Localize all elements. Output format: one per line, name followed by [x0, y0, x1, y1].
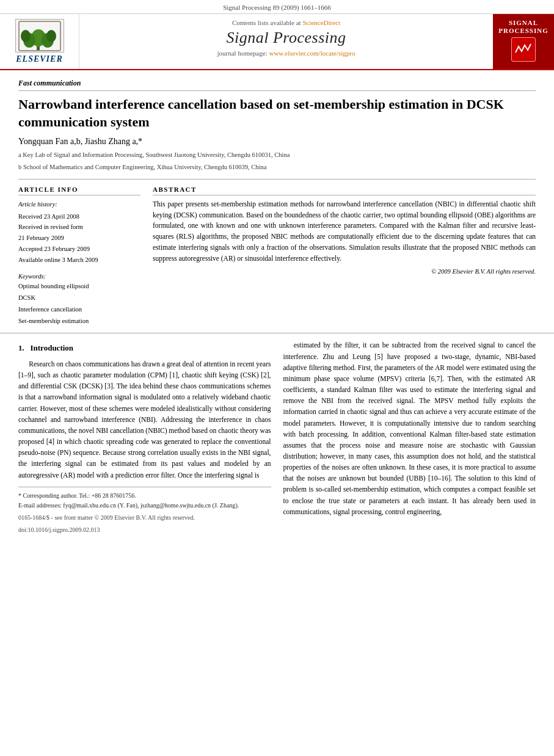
sciencedirect-link[interactable]: ScienceDirect	[302, 19, 340, 26]
elsevier-tree-graphic	[15, 19, 64, 53]
abstract-heading: ABSTRACT	[153, 186, 536, 195]
article-authors: Yongquan Fan a,b, Jiashu Zhang a,*	[18, 137, 536, 147]
journal-title-area: Contents lists available at ScienceDirec…	[79, 14, 493, 69]
journal-title: Signal Processing	[86, 29, 487, 47]
svg-point-4	[21, 30, 31, 42]
article-title: Narrowband interference cancellation bas…	[18, 96, 536, 131]
abstract-copyright: © 2009 Elsevier B.V. All rights reserved…	[153, 268, 536, 275]
section-num: 1.	[18, 343, 24, 352]
keyword-2: DCSK	[18, 293, 140, 304]
article-info-col: ARTICLE INFO Article history: Received 2…	[18, 186, 140, 327]
two-col-body: 1. Introduction Research on chaos commun…	[18, 340, 536, 534]
affiliation-a: a Key Lab of Signal and Information Proc…	[18, 150, 536, 161]
footnote-email: E-mail addresses: fyq@mail.xhu.edu.cn (Y…	[18, 501, 271, 511]
intro-para-2: estimated by the filter, it can be subtr…	[283, 340, 536, 517]
intro-para-1: Research on chaos communications has dra…	[18, 358, 271, 481]
available-online: Available online 3 March 2009	[18, 255, 140, 266]
keyword-3: Interference cancellation	[18, 304, 140, 316]
header-divider	[18, 179, 536, 180]
svg-point-5	[46, 30, 56, 42]
footnote-corresponding: * Corresponding author. Tel.: +86 28 876…	[18, 491, 271, 501]
section-label: Introduction	[31, 343, 74, 352]
footnote-section: * Corresponding author. Tel.: +86 28 876…	[18, 487, 271, 535]
keyword-4: Set-membership estimation	[18, 316, 140, 327]
abstract-text: This paper presents set-membership estim…	[153, 199, 536, 264]
received-date: Received 23 April 2008	[18, 211, 140, 222]
sciencedirect-line: Contents lists available at ScienceDirec…	[86, 19, 487, 26]
accepted-date: Accepted 23 February 2009	[18, 244, 140, 255]
keywords-section: Keywords: Optimal bounding ellipsoid DCS…	[18, 273, 140, 327]
article-info-heading: ARTICLE INFO	[18, 186, 140, 195]
journal-homepage: journal homepage: www.elsevier.com/locat…	[86, 49, 487, 57]
signal-processing-badge: SIGNALPROCESSING	[493, 14, 554, 69]
journal-info-bar: Signal Processing 89 (2009) 1661–1666	[0, 0, 554, 14]
article-type: Fast communication	[18, 79, 536, 91]
doi-line: doi:10.1016/j.sigpro.2009.02.013	[18, 525, 271, 535]
history-label: Article history:	[18, 199, 140, 210]
sp-badge-icon	[511, 37, 536, 62]
journal-citation: Signal Processing 89 (2009) 1661–1666	[223, 4, 331, 11]
homepage-link[interactable]: www.elsevier.com/locate/sigpro	[269, 49, 355, 57]
abstract-col: ABSTRACT This paper presents set-members…	[153, 186, 536, 327]
copyright-footer: 0165-1684/$ - see front matter © 2009 El…	[18, 513, 271, 523]
main-content: 1. Introduction Research on chaos commun…	[0, 333, 554, 543]
elsevier-logo-area: ELSEVIER	[0, 14, 79, 69]
sp-badge-content: SIGNALPROCESSING	[498, 19, 549, 64]
article-history: Article history: Received 23 April 2008 …	[18, 199, 140, 266]
journal-header: ELSEVIER Contents lists available at Sci…	[0, 14, 554, 70]
received-revised-label: Received in revised form	[18, 222, 140, 233]
article-body: Fast communication Narrowband interferen…	[0, 70, 554, 333]
article-info-abstract: ARTICLE INFO Article history: Received 2…	[18, 186, 536, 327]
body-col-left: 1. Introduction Research on chaos commun…	[18, 340, 271, 534]
affiliation-b: b School of Mathematics and Computer Eng…	[18, 162, 536, 173]
intro-section-title: 1. Introduction	[18, 342, 271, 355]
sp-badge-title: SIGNALPROCESSING	[498, 19, 549, 35]
keywords-heading: Keywords:	[18, 273, 140, 280]
body-col-right: estimated by the filter, it can be subtr…	[283, 340, 536, 534]
revised-date: 21 February 2009	[18, 233, 140, 244]
elsevier-brand-text: ELSEVIER	[16, 54, 62, 64]
keyword-1: Optimal bounding ellipsoid	[18, 281, 140, 293]
elsevier-logo: ELSEVIER	[15, 19, 64, 64]
